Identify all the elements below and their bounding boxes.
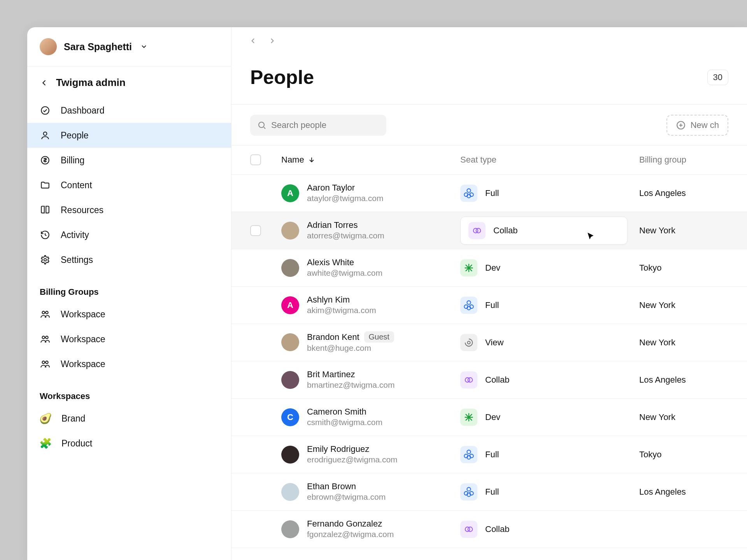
person-email: akim@twigma.com: [307, 305, 376, 315]
svg-point-0: [41, 107, 49, 114]
billing-groups-list: Workspace Workspace Workspace: [27, 302, 231, 384]
sidebar: Sara Spaghetti Twigma admin Dashboard: [27, 27, 231, 560]
nav-back-button[interactable]: [247, 35, 259, 47]
puzzle-icon: 🧩: [40, 438, 51, 449]
seat-type-dropdown[interactable]: Collab: [460, 217, 628, 245]
person-name: Ethan Brown: [307, 481, 356, 492]
workspace-item-product[interactable]: 🧩 Product: [27, 431, 231, 456]
billing-group-item[interactable]: Workspace: [27, 327, 231, 352]
svg-point-17: [476, 228, 481, 233]
billing-group-cell: Tokyo: [639, 450, 728, 460]
select-all-checkbox[interactable]: [250, 154, 261, 165]
svg-point-22: [468, 341, 470, 344]
table-row[interactable]: AAshlyn Kimakim@twigma.comFullNew York: [231, 287, 747, 324]
team-icon: [40, 334, 51, 345]
nav-resources[interactable]: Resources: [27, 198, 231, 222]
chevron-left-icon: [40, 79, 48, 87]
table-row[interactable]: AAaron Taylorataylor@twigma.comFullLos A…: [231, 175, 747, 212]
billing-group-cell: Tokyo: [639, 263, 728, 273]
billing-group-item[interactable]: Workspace: [27, 352, 231, 376]
table-row[interactable]: CCameron Smithcsmith@twigma.comDevNew Yo…: [231, 399, 747, 436]
seat-label: Dev: [485, 263, 500, 273]
person-name: Brit Martinez: [307, 369, 355, 380]
billing-group-cell: Los Angeles: [639, 487, 728, 497]
user-avatar: [40, 38, 57, 55]
nav-content[interactable]: Content: [27, 173, 231, 198]
seat-view-icon: [460, 334, 477, 351]
billing-group-label: Workspace: [61, 309, 105, 320]
seat-label: Dev: [485, 412, 500, 422]
person-email: atorres@twigma.com: [307, 230, 384, 241]
person-email: ebrown@twigma.com: [307, 492, 386, 502]
table-row[interactable]: Brandon KentGuestbkent@huge.comViewNew Y…: [231, 324, 747, 361]
book-icon: [40, 205, 51, 215]
column-billing-group[interactable]: Billing group: [639, 155, 728, 165]
history-icon: [40, 229, 51, 240]
nav-activity[interactable]: Activity: [27, 222, 231, 247]
seat-dev-icon: [460, 409, 477, 426]
avocado-icon: 🥑: [40, 413, 51, 424]
svg-point-34: [468, 527, 473, 532]
page-title: People: [250, 66, 314, 89]
person-email: fgonzalez@twigma.com: [307, 529, 394, 539]
search-placeholder: Search people: [271, 120, 326, 130]
table-row[interactable]: Alexis Whiteawhite@twigma.comDevTokyo: [231, 249, 747, 287]
nav-people[interactable]: People: [27, 123, 231, 148]
seat-dev-icon: [460, 259, 477, 276]
column-seat[interactable]: Seat type: [460, 155, 639, 165]
row-checkbox[interactable]: [250, 225, 261, 236]
table-row[interactable]: Emily Rodriguezerodriguez@twigma.comFull…: [231, 436, 747, 473]
person-avatar: A: [281, 184, 299, 202]
person-email: erodriguez@twigma.com: [307, 454, 398, 465]
table-row[interactable]: Ethan Brownebrown@twigma.comFullLos Ange…: [231, 473, 747, 511]
nav-billing[interactable]: Billing: [27, 148, 231, 173]
cursor-icon: [586, 232, 596, 242]
toolbar: Search people New ch: [231, 104, 747, 145]
billing-group-cell: Los Angeles: [639, 375, 728, 385]
person-avatar: A: [281, 296, 299, 314]
person-name: Cameron Smith: [307, 407, 366, 417]
workspaces-list: 🥑 Brand 🧩 Product: [27, 406, 231, 464]
table-row[interactable]: Adrian Torresatorres@twigma.comCollabNew…: [231, 212, 747, 249]
table-row[interactable]: Fernando Gonzalezfgonzalez@twigma.comCol…: [231, 511, 747, 548]
seat-label: Full: [485, 188, 499, 198]
column-name[interactable]: Name: [281, 155, 460, 165]
nav-label: Dashboard: [61, 105, 105, 116]
section-title: Twigma admin: [56, 77, 126, 89]
svg-point-1: [44, 132, 47, 135]
billing-group-cell: New York: [639, 412, 728, 422]
svg-point-3: [44, 259, 47, 261]
workspace-item-brand[interactable]: 🥑 Brand: [27, 406, 231, 431]
nav-settings[interactable]: Settings: [27, 247, 231, 272]
svg-point-29: [467, 487, 470, 491]
billing-group-cell: New York: [639, 300, 728, 310]
seat-collab-icon: [468, 222, 486, 239]
nav-label: Content: [61, 180, 92, 191]
search-icon: [257, 121, 267, 130]
person-avatar: [281, 483, 299, 501]
billing-groups-header: Billing Groups: [27, 280, 231, 302]
svg-point-8: [42, 361, 45, 364]
svg-point-9: [46, 361, 48, 364]
person-email: csmith@twigma.com: [307, 417, 382, 427]
nav-dashboard[interactable]: Dashboard: [27, 98, 231, 123]
main-nav: Dashboard People Billing Content: [27, 98, 231, 280]
page-header: People 30: [231, 54, 747, 104]
person-name: Fernando Gonzalez: [307, 519, 382, 529]
section-back[interactable]: Twigma admin: [27, 66, 231, 98]
seat-label: Collab: [485, 524, 509, 534]
table-row[interactable]: Brit Martinezbmartinez@twigma.comCollabL…: [231, 361, 747, 399]
team-icon: [40, 309, 51, 320]
search-input[interactable]: Search people: [250, 115, 386, 136]
person-avatar: [281, 333, 299, 351]
account-switcher[interactable]: Sara Spaghetti: [27, 27, 231, 66]
billing-group-item[interactable]: Workspace: [27, 302, 231, 327]
nav-forward-button[interactable]: [267, 35, 278, 47]
seat-label: View: [485, 338, 503, 348]
nav-label: Billing: [61, 155, 84, 166]
plus-circle-icon: [676, 120, 686, 130]
dashboard-icon: [40, 105, 51, 116]
workspace-label: Product: [61, 438, 92, 449]
new-button[interactable]: New ch: [666, 115, 728, 136]
person-avatar: [281, 371, 299, 389]
